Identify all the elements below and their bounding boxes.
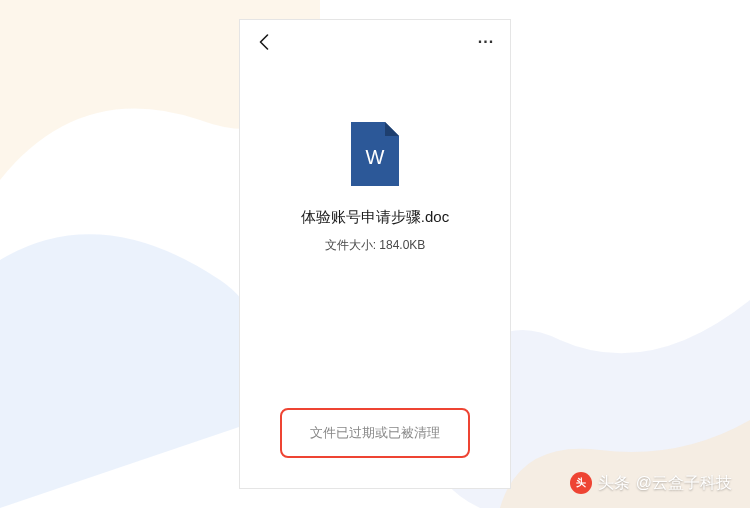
file-size-label: 文件大小: 184.0KB bbox=[325, 237, 426, 254]
more-button[interactable]: ··· bbox=[474, 30, 498, 54]
word-file-icon: W bbox=[349, 122, 401, 186]
file-type-letter: W bbox=[366, 145, 385, 168]
status-area: 文件已过期或已被清理 bbox=[240, 408, 510, 488]
file-name-label: 体验账号申请步骤.doc bbox=[301, 208, 449, 227]
phone-screen: ··· W 体验账号申请步骤.doc 文件大小: 184.0KB 文件已过期或已… bbox=[239, 19, 511, 489]
file-info-panel: W 体验账号申请步骤.doc 文件大小: 184.0KB bbox=[240, 64, 510, 408]
toutiao-logo-icon: 头 bbox=[570, 472, 592, 494]
watermark-prefix: 头条 bbox=[598, 473, 630, 494]
back-button[interactable] bbox=[252, 30, 276, 54]
expired-message: 文件已过期或已被清理 bbox=[310, 424, 440, 442]
chevron-left-icon bbox=[259, 34, 269, 50]
watermark: 头 头条 @云盒子科技 bbox=[570, 472, 732, 494]
expired-highlight-box: 文件已过期或已被清理 bbox=[280, 408, 470, 458]
nav-bar: ··· bbox=[240, 20, 510, 64]
watermark-handle: @云盒子科技 bbox=[636, 473, 732, 494]
